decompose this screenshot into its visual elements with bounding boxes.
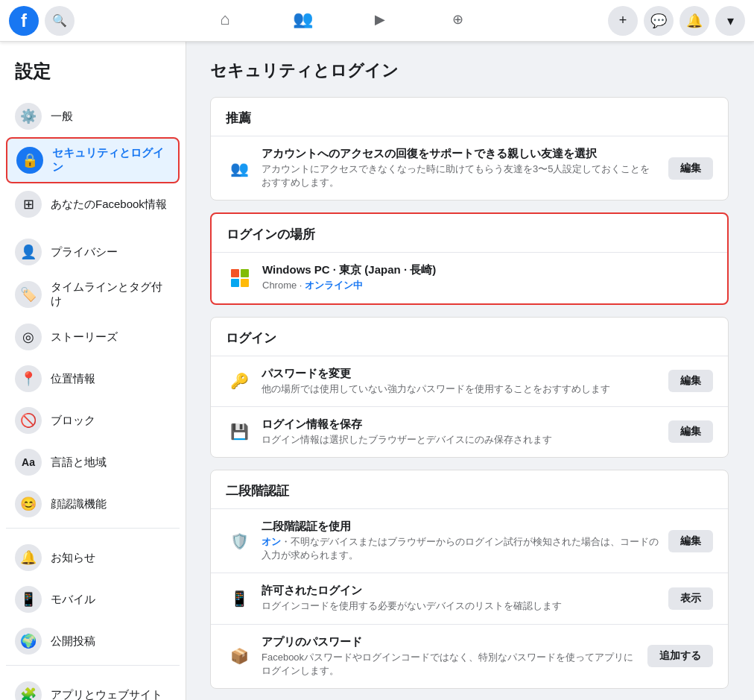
sidebar-item-notifications[interactable]: 🔔 お知らせ bbox=[6, 537, 180, 578]
app-passwords-action: 追加する bbox=[647, 645, 713, 667]
save-login-desc: ログイン情報は選択したブラウザーとデバイスにのみ保存されます bbox=[262, 433, 659, 447]
nav-groups[interactable]: ⊕ bbox=[420, 3, 495, 39]
authorized-logins-view-button[interactable]: 表示 bbox=[668, 587, 713, 610]
nav-messenger-button[interactable]: 💬 bbox=[644, 6, 674, 36]
trusted-contacts-content: アカウントへのアクセスの回復をサポートできる親しい友達を選択 アカウントにアクセ… bbox=[262, 147, 659, 189]
save-login-title: ログイン情報を保存 bbox=[262, 417, 659, 432]
app-passwords-title: アプリのパスワード bbox=[262, 635, 639, 649]
general-icon: ⚙️ bbox=[15, 103, 42, 130]
top-navigation: f 🔍 ⌂ 👥 ▶ ⊕ + 💬 🔔 ▾ bbox=[0, 0, 754, 42]
nav-home[interactable]: ⌂ bbox=[188, 3, 262, 39]
sidebar-item-mobile[interactable]: 📱 モバイル bbox=[6, 578, 180, 620]
app-passwords-desc: Facebookパスワードやログインコードではなく、特別なパスワードを使ってアプ… bbox=[262, 651, 639, 678]
nav-center: ⌂ 👥 ▶ ⊕ bbox=[75, 3, 608, 39]
online-status: オンライン中 bbox=[305, 280, 363, 291]
sidebar-item-block[interactable]: 🚫 ブロック bbox=[6, 400, 180, 441]
sidebar-item-facebook-info[interactable]: ⊞ あなたのFacebook情報 bbox=[6, 183, 180, 225]
save-login-icon: 💾 bbox=[226, 418, 253, 445]
sidebar-item-language[interactable]: Aa 言語と地域 bbox=[6, 441, 180, 483]
nav-right: + 💬 🔔 ▾ bbox=[608, 6, 745, 36]
sidebar-item-label: ストーリーズ bbox=[51, 330, 118, 344]
change-password-action: 編集 bbox=[668, 370, 713, 392]
sidebar-item-stories[interactable]: ◎ ストーリーズ bbox=[6, 316, 180, 358]
stories-icon: ◎ bbox=[15, 324, 42, 350]
privacy-icon: 👤 bbox=[15, 239, 42, 265]
recommendation-section: 推薦 👥 アカウントへのアクセスの回復をサポートできる親しい友達を選択 アカウン… bbox=[210, 97, 729, 201]
save-login-row: 💾 ログイン情報を保存 ログイン情報は選択したブラウザーとデバイスにのみ保存され… bbox=[211, 407, 728, 457]
sidebar-item-label: 位置情報 bbox=[51, 372, 95, 386]
sidebar-item-face-recognition[interactable]: 😊 顔認識機能 bbox=[6, 483, 180, 525]
sidebar-item-label: アプリとウェブサイト bbox=[51, 688, 162, 701]
authorized-logins-desc: ログインコードを使用する必要がないデバイスのリストを確認します bbox=[262, 599, 659, 613]
change-password-icon: 🔑 bbox=[226, 368, 253, 394]
settings-title: 設定 bbox=[6, 54, 180, 95]
two-factor-edit-button[interactable]: 編集 bbox=[668, 530, 713, 552]
location-icon: 📍 bbox=[15, 365, 42, 392]
sidebar-item-security[interactable]: 🔒 セキュリティとログイン bbox=[6, 137, 180, 183]
login-location-content: Windows PC · 東京 (Japan · 長崎) Chrome · オン… bbox=[262, 263, 712, 292]
sidebar-item-label: 言語と地域 bbox=[51, 455, 107, 470]
sidebar-item-general[interactable]: ⚙️ 一般 bbox=[6, 95, 180, 137]
sidebar-item-apps[interactable]: 🧩 アプリとウェブサイト bbox=[6, 674, 180, 700]
app-passwords-icon: 📦 bbox=[226, 643, 253, 669]
two-factor-section: 二段階認証 🛡️ 二段階認証を使用 オン・不明なデバイスまたはブラウザーからのロ… bbox=[210, 470, 729, 689]
nav-video[interactable]: ▶ bbox=[343, 3, 417, 39]
change-password-desc: 他の場所では使用していない強力なパスワードを使用することをおすすめします bbox=[262, 382, 659, 396]
notifications-sidebar-icon: 🔔 bbox=[15, 544, 42, 571]
sidebar-item-label: あなたのFacebook情報 bbox=[51, 198, 167, 212]
two-factor-content: 二段階認証を使用 オン・不明なデバイスまたはブラウザーからのログイン試行が検知さ… bbox=[262, 520, 659, 562]
sidebar-item-public-posts[interactable]: 🌍 公開投稿 bbox=[6, 620, 180, 662]
search-button[interactable]: 🔍 bbox=[45, 6, 75, 36]
public-posts-icon: 🌍 bbox=[15, 628, 42, 655]
sidebar-item-label: セキュリティとログイン bbox=[52, 146, 169, 174]
nav-left: f 🔍 bbox=[9, 6, 75, 36]
trusted-contacts-action: 編集 bbox=[668, 157, 713, 180]
login-section: ログイン 🔑 パスワードを変更 他の場所では使用していない強力なパスワードを使用… bbox=[210, 317, 729, 458]
trusted-contacts-edit-button[interactable]: 編集 bbox=[668, 157, 713, 180]
two-factor-desc: オン・不明なデバイスまたはブラウザーからのログイン試行が検知された場合は、コード… bbox=[262, 535, 659, 562]
block-icon: 🚫 bbox=[15, 407, 42, 434]
login-location-section: ログインの場所 Windows PC · 東京 (Japan · 長崎) Chr… bbox=[210, 212, 729, 304]
page-layout: 設定 ⚙️ 一般 🔒 セキュリティとログイン ⊞ あなたのFacebook情報 … bbox=[0, 42, 754, 700]
authorized-logins-title: 許可されたログイン bbox=[262, 584, 659, 598]
login-location-row: Windows PC · 東京 (Japan · 長崎) Chrome · オン… bbox=[212, 253, 727, 303]
sidebar-item-label: お知らせ bbox=[51, 551, 95, 565]
trusted-contacts-icon: 👥 bbox=[226, 155, 253, 182]
sidebar-item-label: タイムラインとタグ付け bbox=[51, 280, 171, 309]
save-login-edit-button[interactable]: 編集 bbox=[668, 420, 713, 443]
recommendation-header: 推薦 bbox=[211, 98, 728, 136]
sidebar-item-location[interactable]: 📍 位置情報 bbox=[6, 358, 180, 400]
two-factor-icon: 🛡️ bbox=[226, 528, 253, 555]
sidebar-item-label: 公開投稿 bbox=[51, 634, 95, 649]
change-password-content: パスワードを変更 他の場所では使用していない強力なパスワードを使用することをおす… bbox=[262, 367, 659, 396]
facebook-info-icon: ⊞ bbox=[15, 191, 42, 218]
login-header: ログイン bbox=[211, 318, 728, 356]
sidebar-item-label: 一般 bbox=[51, 110, 73, 124]
authorized-logins-row: 📱 許可されたログイン ログインコードを使用する必要がないデバイスのリストを確認… bbox=[211, 573, 728, 624]
change-password-row: 🔑 パスワードを変更 他の場所では使用していない強力なパスワードを使用することを… bbox=[211, 356, 728, 407]
main-content: セキュリティとログイン 推薦 👥 アカウントへのアクセスの回復をサポートできる親… bbox=[186, 42, 753, 700]
facebook-logo[interactable]: f bbox=[9, 6, 39, 36]
change-password-edit-button[interactable]: 編集 bbox=[668, 370, 713, 392]
sidebar-item-timeline[interactable]: 🏷️ タイムラインとタグ付け bbox=[6, 273, 180, 316]
two-factor-on-label: オン bbox=[262, 536, 281, 547]
security-icon: 🔒 bbox=[16, 147, 43, 174]
device-name: Windows PC · 東京 (Japan · 長崎) bbox=[262, 263, 712, 277]
two-factor-title: 二段階認証を使用 bbox=[262, 520, 659, 534]
app-passwords-content: アプリのパスワード Facebookパスワードやログインコードではなく、特別なパ… bbox=[262, 635, 639, 678]
apps-icon: 🧩 bbox=[15, 681, 42, 700]
sidebar-item-privacy[interactable]: 👤 プライバシー bbox=[6, 231, 180, 273]
nav-plus-button[interactable]: + bbox=[608, 6, 638, 36]
browser-label: Chrome · bbox=[262, 280, 305, 291]
authorized-logins-icon: 📱 bbox=[226, 585, 253, 612]
nav-dropdown-button[interactable]: ▾ bbox=[715, 6, 745, 36]
save-login-action: 編集 bbox=[668, 420, 713, 443]
authorized-logins-action: 表示 bbox=[668, 587, 713, 610]
nav-notifications-button[interactable]: 🔔 bbox=[679, 6, 709, 36]
windows-device-icon bbox=[226, 265, 253, 291]
save-login-content: ログイン情報を保存 ログイン情報は選択したブラウザーとデバイスにのみ保存されます bbox=[262, 417, 659, 447]
nav-friends[interactable]: 👥 bbox=[265, 3, 340, 39]
login-location-header: ログインの場所 bbox=[212, 214, 727, 253]
app-passwords-add-button[interactable]: 追加する bbox=[647, 645, 713, 667]
two-factor-header: 二段階認証 bbox=[211, 470, 728, 509]
